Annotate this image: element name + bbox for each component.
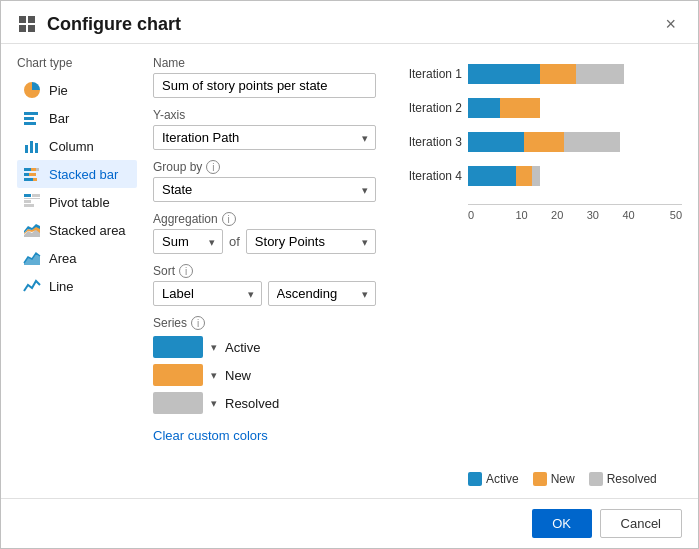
sort-dir-wrapper: Ascending Descending ▾ [268, 281, 377, 306]
chart-area: Iteration 1Iteration 2Iteration 3Iterati… [392, 56, 682, 462]
cancel-button[interactable]: Cancel [600, 509, 682, 538]
x-axis: 01020304050 [468, 204, 682, 221]
bar-row-label: Iteration 1 [392, 67, 462, 81]
legend-label: Resolved [607, 472, 657, 486]
groupby-select-wrapper: State Assigned To ▾ [153, 177, 376, 202]
series-color-active[interactable] [153, 336, 203, 358]
close-button[interactable]: × [659, 13, 682, 35]
legend-color [468, 472, 482, 486]
sidebar-item-column[interactable]: Column [17, 132, 137, 160]
chart-legend: ActiveNewResolved [468, 472, 682, 486]
stacked-area-icon [23, 221, 41, 239]
sidebar-item-stacked-bar[interactable]: Stacked bar [17, 160, 137, 188]
dialog-header: Configure chart × [1, 1, 698, 44]
sidebar-item-pie-label: Pie [49, 83, 68, 98]
sidebar-item-bar-label: Bar [49, 111, 69, 126]
sort-by-select[interactable]: Label Value [153, 281, 262, 306]
groupby-label-text: Group by [153, 160, 202, 174]
bar-segment-active [468, 132, 524, 152]
sidebar-item-line-label: Line [49, 279, 74, 294]
name-input[interactable] [153, 73, 376, 98]
sort-label-text: Sort [153, 264, 175, 278]
series-label: Series i [153, 316, 205, 330]
bar-row-label: Iteration 2 [392, 101, 462, 115]
aggregation-label: Aggregation i [153, 212, 376, 226]
svg-rect-7 [25, 145, 28, 153]
bar-segment-active [468, 64, 540, 84]
series-chevron-new[interactable]: ▾ [211, 369, 217, 382]
legend-color [589, 472, 603, 486]
groupby-label: Group by i [153, 160, 376, 174]
bar-segment-resolved [564, 132, 620, 152]
series-label-row: Series i [153, 316, 376, 330]
chart-type-sidebar: Chart type Pie Bar [17, 56, 137, 486]
series-color-new[interactable] [153, 364, 203, 386]
legend-label: Active [486, 472, 519, 486]
sidebar-item-line[interactable]: Line [17, 272, 137, 300]
x-tick: 10 [504, 209, 540, 221]
svg-rect-4 [24, 112, 38, 115]
sidebar-item-pivot[interactable]: Pivot table [17, 188, 137, 216]
series-chevron-active[interactable]: ▾ [211, 341, 217, 354]
svg-rect-0 [19, 16, 26, 23]
pie-chart-icon [23, 81, 41, 99]
series-section: Series i ▾ Active ▾ New ▾ R [153, 316, 376, 443]
series-name-active: Active [225, 340, 260, 355]
bar-segment-new [540, 64, 576, 84]
aggregation-info-icon[interactable]: i [222, 212, 236, 226]
sidebar-item-column-label: Column [49, 139, 94, 154]
ok-button[interactable]: OK [532, 509, 592, 538]
clear-colors-link[interactable]: Clear custom colors [153, 428, 268, 443]
svg-rect-1 [28, 16, 35, 23]
yaxis-select-wrapper: Iteration Path Area Path ▾ [153, 125, 376, 150]
aggregation-row: Sum Count ▾ of Story Points Remaining Wo… [153, 229, 376, 254]
sidebar-item-area[interactable]: Area [17, 244, 137, 272]
sidebar-item-stacked-area[interactable]: Stacked area [17, 216, 137, 244]
name-label: Name [153, 56, 376, 70]
svg-rect-14 [29, 173, 36, 176]
series-item-resolved: ▾ Resolved [153, 392, 376, 414]
bar-chart: Iteration 1Iteration 2Iteration 3Iterati… [392, 64, 682, 221]
title-row: Configure chart [17, 14, 181, 35]
aggregation-sum-wrapper: Sum Count ▾ [153, 229, 223, 254]
aggregation-field-select[interactable]: Story Points Remaining Work [246, 229, 376, 254]
aggregation-label-text: Aggregation [153, 212, 218, 226]
aggregation-sum-select[interactable]: Sum Count [153, 229, 223, 254]
column-chart-icon [23, 137, 41, 155]
sidebar-item-pivot-label: Pivot table [49, 195, 110, 210]
series-chevron-resolved[interactable]: ▾ [211, 397, 217, 410]
series-color-resolved[interactable] [153, 392, 203, 414]
legend-item-active: Active [468, 472, 519, 486]
sidebar-item-bar[interactable]: Bar [17, 104, 137, 132]
svg-rect-15 [24, 178, 33, 181]
dialog-body: Chart type Pie Bar [1, 44, 698, 498]
legend-label: New [551, 472, 575, 486]
config-panel: Name Y-axis Iteration Path Area Path ▾ G… [153, 56, 376, 486]
svg-rect-10 [24, 168, 31, 171]
bar-segment-resolved [532, 166, 540, 186]
yaxis-label: Y-axis [153, 108, 376, 122]
bar-segment-active [468, 166, 516, 186]
svg-rect-20 [24, 204, 34, 207]
svg-rect-9 [35, 143, 38, 153]
sort-label: Sort i [153, 264, 376, 278]
sort-info-icon[interactable]: i [179, 264, 193, 278]
svg-rect-13 [24, 173, 29, 176]
groupby-info-icon[interactable]: i [206, 160, 220, 174]
series-info-icon[interactable]: i [191, 316, 205, 330]
yaxis-select[interactable]: Iteration Path Area Path [153, 125, 376, 150]
series-label-text: Series [153, 316, 187, 330]
x-tick: 40 [611, 209, 647, 221]
bar-segment-active [468, 98, 500, 118]
chart-type-label: Chart type [17, 56, 137, 70]
svg-rect-2 [19, 25, 26, 32]
svg-rect-8 [30, 141, 33, 153]
groupby-select[interactable]: State Assigned To [153, 177, 376, 202]
series-name-resolved: Resolved [225, 396, 279, 411]
sort-dir-select[interactable]: Ascending Descending [268, 281, 377, 306]
legend-item-resolved: Resolved [589, 472, 657, 486]
chart-preview: Iteration 1Iteration 2Iteration 3Iterati… [392, 56, 682, 486]
svg-rect-11 [31, 168, 36, 171]
sidebar-item-pie[interactable]: Pie [17, 76, 137, 104]
svg-rect-17 [24, 194, 31, 197]
